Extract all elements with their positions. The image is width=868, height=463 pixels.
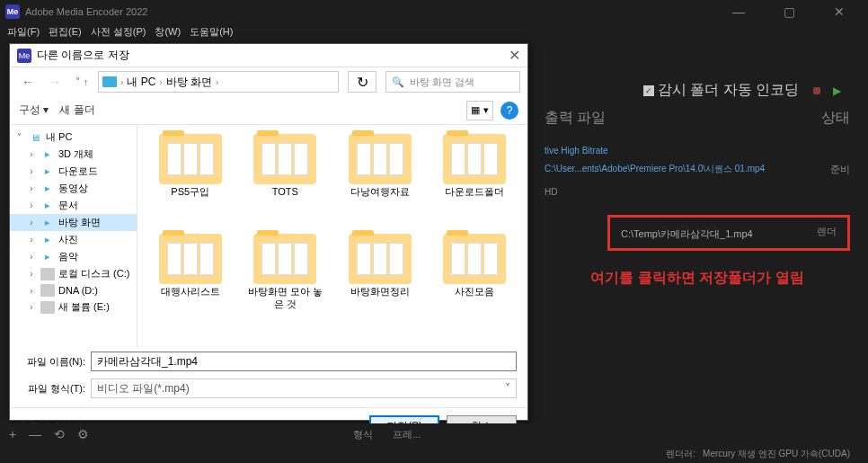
tree-item[interactable]: ›▸바탕 화면 [10, 214, 137, 231]
preview-label: 프레... [393, 428, 421, 441]
bitrate-label[interactable]: tive High Bitrate [545, 146, 608, 156]
forward-button[interactable]: → [44, 71, 66, 93]
folder-item[interactable]: 다운로드폴더 [430, 132, 521, 228]
tree-item[interactable]: ›로컬 디스크 (C:) [10, 265, 137, 282]
app-title: Adobe Media Encoder 2022 [25, 6, 722, 17]
play-icon[interactable]: ▶ [833, 85, 841, 97]
minimize-button[interactable]: — [722, 4, 755, 19]
settings-icon[interactable]: ⚙ [77, 427, 89, 441]
hd-label: HD [545, 187, 557, 197]
view-button[interactable]: ▦ ▾ [466, 101, 493, 120]
breadcrumb-pc[interactable]: 내 PC [127, 75, 155, 90]
menu-file[interactable]: 파일(F) [7, 25, 40, 39]
app-icon: Me [5, 4, 20, 19]
chevron-down-icon: ˅ [505, 382, 510, 395]
folder-grid: PS5구입TOTS다낭여행자료다운로드폴더대행사리스트바탕화면 모아 놓은 것바… [137, 125, 527, 348]
dialog-icon: Me [17, 49, 31, 63]
col-status: 상태 [821, 109, 850, 128]
col-output: 출력 파일 [545, 109, 606, 128]
maximize-button[interactable]: ▢ [773, 4, 805, 19]
window-controls: — ▢ ✕ [722, 4, 855, 19]
save-dialog: Me 다른 이름으로 저장 ✕ ← → ˅ ↑ › 내 PC › 바탕 화면 ›… [9, 43, 528, 421]
tree-item[interactable]: ›▸사진 [10, 231, 137, 248]
remove-icon[interactable]: — [29, 427, 41, 441]
annotation-text: 여기를 클릭하면 저장폴더가 열림 [527, 258, 868, 298]
back-button[interactable]: ← [17, 71, 39, 93]
status-1: 준비 [830, 163, 850, 176]
tree-item[interactable]: ›▸동영상 [10, 180, 137, 197]
tree-item[interactable]: ›▸문서 [10, 197, 137, 214]
breadcrumb-desktop[interactable]: 바탕 화면 [166, 75, 212, 90]
sync-icon[interactable]: ⟲ [54, 427, 65, 441]
format-label: 형식 [353, 428, 373, 441]
organize-button[interactable]: 구성 ▾ [19, 102, 49, 118]
output-path-2[interactable]: C:\Temp\카메라삼각대_1.mp4 [621, 228, 753, 239]
filetype-select[interactable]: 비디오 파일(*.mp4) ˅ [91, 378, 517, 398]
search-placeholder: 바탕 화면 검색 [410, 76, 474, 89]
queue-panel: ✓ 감시 폴더 자동 인코딩 ▶ 출력 파일 상태 tive High Bitr… [527, 81, 868, 298]
add-icon[interactable]: + [9, 427, 16, 441]
folder-item[interactable]: 대행사리스트 [145, 232, 236, 341]
search-icon: 🔍 [392, 76, 404, 88]
folder-item[interactable]: 다낭여행자료 [334, 132, 426, 228]
tree-item[interactable]: ›▸3D 개체 [10, 146, 137, 163]
menu-preset[interactable]: 사전 설정(P) [91, 25, 146, 39]
renderer-label: 렌더러: [666, 448, 695, 460]
menubar: 파일(F) 편집(E) 사전 설정(P) 창(W) 도움말(H) [0, 22, 868, 40]
tree-item[interactable]: ˅🖥내 PC [10, 129, 137, 146]
search-input[interactable]: 🔍 바탕 화면 검색 [385, 71, 520, 93]
filetype-label: 파일 형식(T): [21, 382, 85, 396]
refresh-button[interactable]: ↻ [348, 71, 376, 93]
new-folder-button[interactable]: 새 폴더 [59, 102, 94, 118]
auto-encode-checkbox[interactable]: ✓ [643, 85, 654, 96]
highlighted-path: C:\Temp\카메라삼각대_1.mp4 렌더 [607, 215, 850, 251]
titlebar: Me Adobe Media Encoder 2022 — ▢ ✕ [0, 0, 868, 22]
tree-item[interactable]: ›▸다운로드 [10, 163, 137, 180]
status-2: 렌더 [817, 225, 837, 238]
filename-label: 파일 이름(N): [21, 355, 85, 369]
menu-edit[interactable]: 편집(E) [49, 25, 82, 39]
tree-item[interactable]: ›▸음악 [10, 248, 137, 265]
dialog-close-button[interactable]: ✕ [509, 47, 520, 64]
record-icon[interactable] [813, 87, 820, 94]
dialog-title: 다른 이름으로 저장 [37, 48, 509, 63]
filename-input[interactable] [91, 352, 517, 371]
folder-item[interactable]: 사진모음 [430, 232, 521, 341]
status-bar: 렌더러: Mercury 재생 엔진 GPU 가속(CUDA) [0, 445, 868, 463]
tree-item[interactable]: ›DNA (D:) [10, 282, 137, 298]
help-button[interactable]: ? [500, 102, 518, 120]
close-button[interactable]: ✕ [823, 4, 855, 19]
up-button[interactable]: ˅ ↑ [71, 71, 93, 93]
folder-item[interactable]: 바탕화면 모아 놓은 것 [240, 232, 332, 341]
menu-window[interactable]: 창(W) [155, 25, 181, 39]
menu-help[interactable]: 도움말(H) [190, 25, 233, 39]
folder-item[interactable]: TOTS [240, 132, 332, 228]
tree-item[interactable]: ›새 볼륨 (E:) [10, 298, 137, 316]
folder-tree: ˅🖥내 PC›▸3D 개체›▸다운로드›▸동영상›▸문서›▸바탕 화면›▸사진›… [10, 125, 137, 348]
auto-encode-label: 감시 폴더 자동 인코딩 [658, 81, 799, 100]
bottom-toolbar: + — ⟲ ⚙ 형식 프레... [0, 423, 868, 445]
folder-item[interactable]: 바탕화면정리 [334, 232, 426, 341]
pc-icon [102, 76, 117, 87]
engine-label: Mercury 재생 엔진 GPU 가속(CUDA) [703, 448, 850, 460]
dialog-titlebar: Me 다른 이름으로 저장 ✕ [10, 44, 527, 67]
dialog-body: ˅🖥내 PC›▸3D 개체›▸다운로드›▸동영상›▸문서›▸바탕 화면›▸사진›… [10, 125, 527, 348]
toolbar: 구성 ▾ 새 폴더 ▦ ▾ ? [10, 96, 527, 125]
folder-item[interactable]: PS5구입 [145, 132, 236, 228]
nav-row: ← → ˅ ↑ › 내 PC › 바탕 화면 › ↻ 🔍 바탕 화면 검색 [10, 67, 527, 96]
output-path-1[interactable]: C:\User...ents\Adobe\Premiere Pro\14.0\시… [545, 163, 765, 176]
breadcrumb[interactable]: › 내 PC › 바탕 화면 › [98, 71, 339, 93]
